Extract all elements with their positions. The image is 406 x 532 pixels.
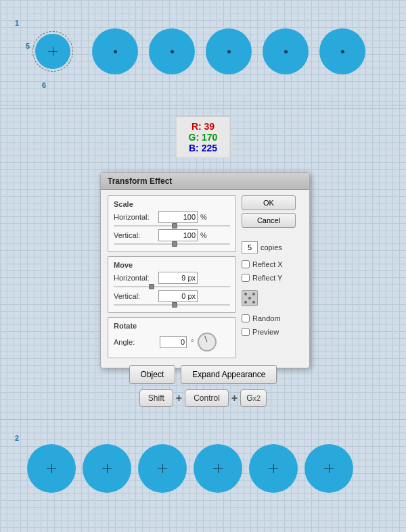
dice-dot-2 (248, 293, 251, 295)
section1-number: 1 (15, 19, 19, 27)
preview-checkbox[interactable] (242, 328, 250, 336)
bottom-circle-2 (83, 444, 131, 493)
plus-1: + (176, 392, 182, 404)
move-group: Move Horizontal: Vertical: (108, 256, 236, 313)
b-crosshair-1 (50, 467, 53, 470)
expand-appearance-button[interactable]: Expand Appearance (181, 365, 277, 384)
scale-v-slider[interactable] (114, 243, 230, 245)
copies-label: copies (261, 243, 282, 251)
preview-row: Preview (242, 328, 302, 336)
color-r-value: R: 39 (189, 121, 218, 132)
move-vertical-row: Vertical: (114, 290, 230, 302)
circle-2 (92, 28, 138, 74)
reflect-y-row: Reflect Y (242, 274, 302, 282)
circle-dot-6 (341, 50, 344, 53)
reflect-x-checkbox[interactable] (242, 260, 250, 268)
dice-dot-1 (244, 293, 247, 295)
scale-h-label: Horizontal: (114, 213, 156, 221)
reflect-x-label: Reflect X (252, 260, 283, 268)
angle-label: Angle: (114, 338, 156, 346)
move-v-input[interactable] (158, 290, 198, 302)
move-h-slider[interactable] (114, 286, 230, 287)
object-button[interactable]: Object (129, 365, 176, 384)
preview-label: Preview (252, 328, 279, 336)
random-label: Random (252, 314, 281, 322)
dice-dot-9 (252, 301, 255, 304)
shortcut-row: Shift + Control + G x2 (139, 389, 267, 407)
row-label-5: 5 (26, 42, 30, 50)
dice-dot-7 (244, 301, 247, 304)
color-g-value: G: 170 (189, 132, 218, 143)
move-horizontal-row: Horizontal: (114, 272, 230, 284)
g-key-label: G (246, 393, 252, 403)
circle-dot-2 (114, 50, 117, 53)
b-crosshair-6 (328, 467, 331, 470)
random-row: Random (242, 314, 302, 322)
bottom-circle-5 (249, 444, 298, 493)
circle-dot-5 (284, 50, 288, 53)
copies-row: copies (242, 241, 302, 253)
action-buttons-row: Object Expand Appearance (129, 365, 277, 384)
rotate-group: Rotate Angle: ° (108, 317, 236, 358)
g-key: G x2 (240, 389, 267, 407)
b-crosshair-3 (161, 467, 164, 470)
scale-v-unit: % (200, 231, 207, 239)
ok-button[interactable]: OK (242, 195, 296, 210)
circle-4 (206, 28, 252, 74)
col-label-6: 6 (42, 81, 46, 89)
reflect-y-checkbox[interactable] (242, 274, 250, 282)
reflect-y-label: Reflect Y (252, 274, 282, 282)
rotate-angle-row: Angle: ° (114, 333, 230, 352)
circle-dot-4 (227, 50, 231, 53)
divider-bottom (0, 419, 406, 420)
copies-input[interactable] (242, 241, 258, 253)
dice-dot-5 (248, 297, 251, 299)
bottom-circle-6 (304, 444, 353, 493)
circle-dot-3 (171, 50, 174, 53)
angle-input[interactable] (160, 336, 187, 348)
move-v-label: Vertical: (114, 292, 156, 300)
scale-v-input[interactable] (158, 229, 198, 241)
move-h-input[interactable] (158, 272, 198, 284)
top-circles-row (35, 28, 365, 74)
selection-indicator (32, 31, 73, 72)
circle-3 (149, 28, 195, 74)
dialog-right-panel: OK Cancel copies Reflect X Reflect Y (242, 195, 302, 362)
dialog-body: Scale Horizontal: % Vertical: % (101, 190, 309, 368)
rotate-label: Rotate (114, 322, 230, 330)
move-v-thumb (172, 302, 177, 308)
scale-h-thumb (172, 223, 177, 228)
section2-number: 2 (15, 434, 19, 442)
random-dice-icon[interactable] (242, 290, 258, 306)
random-checkbox[interactable] (242, 314, 250, 322)
bottom-circle-1 (27, 444, 76, 493)
scale-v-label: Vertical: (114, 231, 156, 239)
scale-horizontal-row: Horizontal: % (114, 211, 230, 223)
scale-v-thumb (172, 241, 177, 247)
angle-clock-icon[interactable] (198, 333, 217, 352)
scale-h-slider[interactable] (114, 225, 230, 226)
b-crosshair-2 (106, 467, 109, 470)
scale-vertical-row: Vertical: % (114, 229, 230, 241)
move-v-slider[interactable] (114, 304, 230, 306)
cancel-button[interactable]: Cancel (242, 213, 296, 228)
plus-2: + (231, 392, 238, 404)
transform-effect-dialog: Transform Effect Scale Horizontal: % Ver… (100, 172, 310, 368)
bottom-buttons-area: Object Expand Appearance Shift + Control… (0, 365, 406, 407)
angle-unit: ° (191, 338, 194, 346)
reflect-x-row: Reflect X (242, 260, 302, 268)
bottom-circles-row (27, 444, 353, 493)
move-label: Move (114, 261, 230, 269)
color-b-value: B: 225 (189, 143, 218, 153)
dice-dot-6 (252, 297, 255, 299)
x2-label: x2 (253, 394, 261, 402)
shift-key: Shift (139, 389, 173, 407)
selected-circle (35, 34, 70, 69)
scale-label: Scale (114, 200, 230, 208)
divider-top (0, 105, 406, 105)
scale-h-input[interactable] (158, 211, 198, 223)
circle-5 (263, 28, 309, 74)
color-display: R: 39 G: 170 B: 225 (176, 116, 231, 158)
control-key: Control (185, 389, 229, 407)
b-crosshair-4 (217, 467, 220, 470)
